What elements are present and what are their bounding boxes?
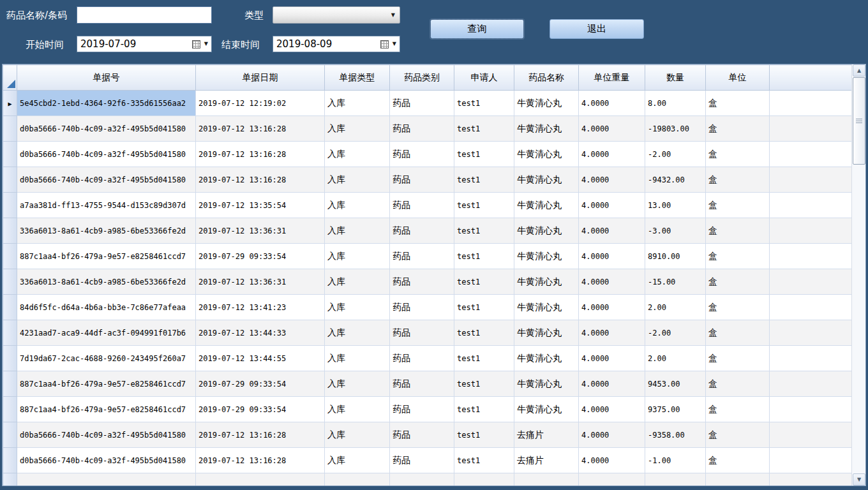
- row-header[interactable]: ▶: [3, 91, 17, 116]
- grid-cell[interactable]: 2019-07-29 09:33:54: [196, 397, 325, 422]
- grid-cell[interactable]: 牛黄清心丸: [514, 244, 579, 269]
- grid-cell[interactable]: 药品: [390, 167, 454, 193]
- grid-cell[interactable]: 牛黄清心丸: [514, 167, 579, 193]
- row-header[interactable]: [3, 397, 17, 422]
- grid-cell[interactable]: 2019-07-12 13:16:28: [196, 422, 325, 448]
- grid-cell[interactable]: 336a6013-8a61-4cb9-a985-6be53366fe2d: [17, 269, 196, 295]
- grid-cell[interactable]: 盒: [706, 371, 770, 397]
- grid-cell[interactable]: test1: [454, 116, 514, 142]
- column-header[interactable]: 单据号: [17, 65, 196, 91]
- grid-cell[interactable]: 药品: [390, 320, 454, 346]
- grid-cell[interactable]: 4.0000: [579, 295, 645, 320]
- table-row[interactable]: 84d6f5fc-d64a-4b6a-bb3e-7c86e77afeaa2019…: [3, 295, 853, 320]
- grid-cell[interactable]: 9375.00: [645, 397, 706, 422]
- grid-cell[interactable]: test1: [454, 346, 514, 371]
- grid-cell[interactable]: test1: [454, 269, 514, 295]
- scroll-down-button[interactable]: ▼: [853, 473, 865, 486]
- grid-cell[interactable]: 牛黄清心丸: [514, 295, 579, 320]
- start-date-picker[interactable]: 2019-07-09 ▼: [77, 36, 212, 52]
- grid-cell[interactable]: 4.0000: [579, 422, 645, 448]
- grid-cell[interactable]: 9453.00: [645, 371, 706, 397]
- table-row[interactable]: 887c1aa4-bf26-479a-9e57-e8258461ccd72019…: [3, 371, 853, 397]
- grid-cell[interactable]: test1: [454, 193, 514, 218]
- grid-cell[interactable]: 盒: [706, 244, 770, 269]
- table-row[interactable]: d0ba5666-740b-4c09-a32f-495b5d0415802019…: [3, 448, 853, 473]
- grid-cell[interactable]: test1: [454, 218, 514, 244]
- grid-cell[interactable]: 2019-07-12 13:41:23: [196, 295, 325, 320]
- grid-cell[interactable]: 887c1aa4-bf26-479a-9e57-e8258461ccd7: [17, 244, 196, 269]
- column-header[interactable]: 单据日期: [196, 65, 325, 91]
- type-select[interactable]: ▼: [273, 6, 400, 24]
- row-header[interactable]: [3, 448, 17, 473]
- grid-cell[interactable]: 盒: [706, 295, 770, 320]
- table-row[interactable]: d0ba5666-740b-4c09-a32f-495b5d0415802019…: [3, 142, 853, 167]
- drug-name-input[interactable]: [77, 6, 212, 24]
- grid-cell[interactable]: 4.0000: [579, 193, 645, 218]
- vertical-scrollbar[interactable]: ▲ ▼: [851, 64, 865, 486]
- grid-cell[interactable]: 4.0000: [579, 116, 645, 142]
- grid-cell[interactable]: d0ba5666-740b-4c09-a32f-495b5d041580: [17, 448, 196, 473]
- grid-cell[interactable]: 盒: [706, 422, 770, 448]
- row-header[interactable]: [3, 167, 17, 193]
- grid-cell[interactable]: 2019-07-12 13:44:55: [196, 346, 325, 371]
- grid-cell[interactable]: test1: [454, 371, 514, 397]
- row-header[interactable]: [3, 116, 17, 142]
- grid-cell[interactable]: 盒: [706, 218, 770, 244]
- grid-cell[interactable]: 药品: [390, 218, 454, 244]
- grid-cell[interactable]: 牛黄清心丸: [514, 346, 579, 371]
- row-header[interactable]: [3, 295, 17, 320]
- grid-cell[interactable]: 药品: [390, 422, 454, 448]
- grid-cell[interactable]: 入库: [325, 167, 390, 193]
- grid-cell[interactable]: 4.0000: [579, 167, 645, 193]
- grid-cell[interactable]: d0ba5666-740b-4c09-a32f-495b5d041580: [17, 167, 196, 193]
- grid-cell[interactable]: 牛黄清心丸: [514, 320, 579, 346]
- column-header[interactable]: 数量: [645, 65, 706, 91]
- grid-cell[interactable]: 盒: [706, 193, 770, 218]
- grid-cell[interactable]: 入库: [325, 218, 390, 244]
- scrollbar-thumb[interactable]: [853, 77, 865, 165]
- exit-button[interactable]: 退出: [550, 19, 644, 39]
- grid-cell[interactable]: 2019-07-12 13:16:28: [196, 142, 325, 167]
- grid-cell[interactable]: test1: [454, 320, 514, 346]
- grid-cell[interactable]: 盒: [706, 167, 770, 193]
- grid-cell[interactable]: 牛黄清心丸: [514, 91, 579, 116]
- grid-cell[interactable]: 入库: [325, 448, 390, 473]
- grid-cell[interactable]: -1.00: [645, 448, 706, 473]
- table-row[interactable]: 336a6013-8a61-4cb9-a985-6be53366fe2d2019…: [3, 269, 853, 295]
- grid-cell[interactable]: 4.0000: [579, 218, 645, 244]
- grid-cell[interactable]: 盒: [706, 397, 770, 422]
- table-row[interactable]: d0ba5666-740b-4c09-a32f-495b5d0415802019…: [3, 167, 853, 193]
- grid-cell[interactable]: 2019-07-29 09:33:54: [196, 244, 325, 269]
- grid-cell[interactable]: 2019-07-12 13:36:31: [196, 269, 325, 295]
- grid-cell[interactable]: 药品: [390, 91, 454, 116]
- grid-cell[interactable]: 4.0000: [579, 91, 645, 116]
- grid-cell[interactable]: 牛黄清心丸: [514, 193, 579, 218]
- table-row[interactable]: 887c1aa4-bf26-479a-9e57-e8258461ccd72019…: [3, 244, 853, 269]
- grid-cell[interactable]: 2019-07-12 13:44:33: [196, 320, 325, 346]
- grid-cell[interactable]: 入库: [325, 320, 390, 346]
- grid-cell[interactable]: -3.00: [645, 218, 706, 244]
- grid-cell[interactable]: 去痛片: [514, 448, 579, 473]
- grid-cell[interactable]: 4.0000: [579, 142, 645, 167]
- grid-cell[interactable]: test1: [454, 397, 514, 422]
- table-row[interactable]: d0ba5666-740b-4c09-a32f-495b5d0415802019…: [3, 116, 853, 142]
- grid-cell[interactable]: 药品: [390, 116, 454, 142]
- grid-cell[interactable]: 去痛片: [514, 422, 579, 448]
- grid-cell[interactable]: -15.00: [645, 269, 706, 295]
- table-row[interactable]: 4231aad7-aca9-44df-ac3f-094991f017b62019…: [3, 320, 853, 346]
- grid-cell[interactable]: 入库: [325, 397, 390, 422]
- grid-cell[interactable]: 盒: [706, 269, 770, 295]
- grid-cell[interactable]: 2019-07-12 13:16:28: [196, 448, 325, 473]
- grid-cell[interactable]: 2019-07-12 12:19:02: [196, 91, 325, 116]
- grid-cell[interactable]: 盒: [706, 320, 770, 346]
- grid-cell[interactable]: 4.0000: [579, 320, 645, 346]
- grid-cell[interactable]: -2.00: [645, 142, 706, 167]
- grid-cell[interactable]: 盒: [706, 346, 770, 371]
- grid-cell[interactable]: 药品: [390, 397, 454, 422]
- grid-cell[interactable]: 牛黄清心丸: [514, 397, 579, 422]
- grid-cell[interactable]: d0ba5666-740b-4c09-a32f-495b5d041580: [17, 116, 196, 142]
- table-row[interactable]: a7aa381d-ff13-4755-9544-d153c89d307d2019…: [3, 193, 853, 218]
- grid-cell[interactable]: 入库: [325, 91, 390, 116]
- grid-cell[interactable]: test1: [454, 91, 514, 116]
- row-header[interactable]: [3, 244, 17, 269]
